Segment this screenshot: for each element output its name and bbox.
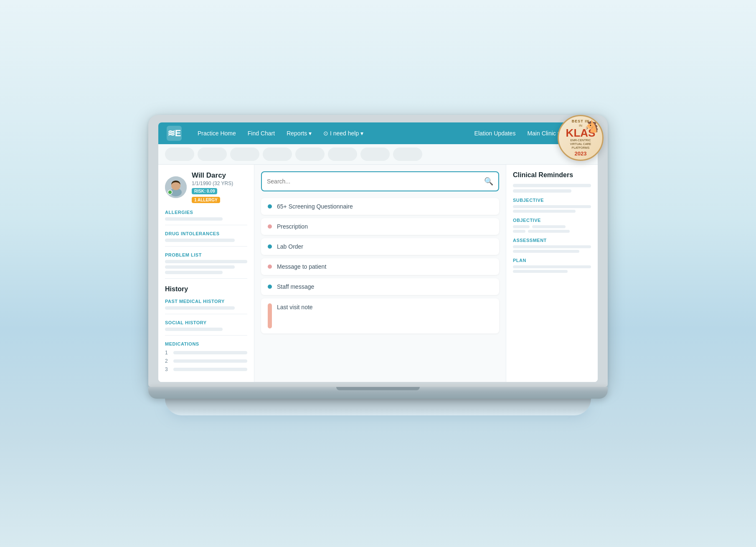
action-message-patient[interactable]: Message to patient	[261, 258, 499, 275]
quick-tab-8[interactable]	[393, 148, 422, 161]
problem-list-section: PROBLEM LIST	[165, 252, 247, 274]
plan-label[interactable]: PLAN	[513, 258, 591, 263]
laptop-base	[148, 387, 608, 399]
obj-block-2	[532, 225, 566, 228]
social-history-section: SOCIAL HISTORY	[165, 320, 247, 331]
label-message-patient: Message to patient	[277, 263, 492, 270]
label-screening: 65+ Screening Questionnaire	[277, 203, 492, 210]
nav-help[interactable]: ⊙ I need help ▾	[317, 122, 369, 144]
divider-5	[165, 335, 247, 336]
klas-badge: BEST IN IN KLAS EMR-CENTRIC VIRTUAL CARE…	[558, 115, 608, 165]
social-history-title[interactable]: SOCIAL HISTORY	[165, 320, 247, 325]
obj-block-3	[513, 230, 525, 233]
patient-sidebar: Will Darcy 1/1/1990 (32 YRS) RISK: 0.09 …	[158, 165, 254, 382]
action-staff-message[interactable]: Staff message	[261, 278, 499, 295]
med-item-3: 3	[165, 366, 247, 372]
social-line-1	[165, 328, 223, 331]
label-staff-message: Staff message	[277, 283, 492, 290]
allergy-badge: 1 ALLERGY	[192, 197, 220, 203]
divider-2	[165, 246, 247, 247]
problem-line-1	[165, 260, 247, 263]
patient-header: Will Darcy 1/1/1990 (32 YRS) RISK: 0.09 …	[165, 171, 247, 203]
med-num-2: 2	[165, 358, 170, 364]
action-prescription[interactable]: Prescription	[261, 218, 499, 235]
last-visit-content: Last visit note	[277, 303, 492, 328]
nav-elation-updates[interactable]: Elation Updates	[469, 122, 522, 144]
divider-3	[165, 278, 247, 279]
dot-message-patient	[268, 265, 272, 269]
drug-intolerances-section: DRUG INTOLERANCES	[165, 231, 247, 242]
medications-title[interactable]: MEDICATIONS	[165, 341, 247, 346]
quick-tab-5[interactable]	[295, 148, 325, 161]
quick-tab-4[interactable]	[263, 148, 292, 161]
quick-tab-6[interactable]	[328, 148, 357, 161]
search-bar-wrapper[interactable]: 🔍	[261, 171, 499, 191]
med-num-1: 1	[165, 350, 170, 356]
reminder-line-1	[513, 184, 591, 187]
laptop-screen: ≋E Practice Home Find Chart Reports ▾ ⊙ …	[158, 122, 598, 382]
allergies-title[interactable]: ALLERGIES	[165, 210, 247, 215]
subjective-section: SUBJECTIVE	[513, 198, 591, 213]
plan-line-1	[513, 265, 591, 268]
patient-dob: 1/1/1990 (32 YRS)	[192, 181, 247, 186]
drug-intolerances-title[interactable]: DRUG INTOLERANCES	[165, 231, 247, 236]
nav-find-chart[interactable]: Find Chart	[242, 122, 281, 144]
med-item-1: 1	[165, 350, 247, 356]
quick-tab-1[interactable]	[165, 148, 194, 161]
med-line-3	[173, 368, 247, 371]
history-heading: History	[165, 285, 247, 293]
main-content: Will Darcy 1/1/1990 (32 YRS) RISK: 0.09 …	[158, 165, 598, 382]
svg-point-3	[168, 190, 172, 194]
nav-practice-home[interactable]: Practice Home	[192, 122, 242, 144]
problem-list-title[interactable]: PROBLEM LIST	[165, 252, 247, 257]
quick-tab-2[interactable]	[198, 148, 227, 161]
laptop-stand	[165, 399, 591, 415]
reminders-title: Clinical Reminders	[513, 171, 591, 179]
label-last-visit: Last visit note	[277, 304, 313, 310]
med-item-2: 2	[165, 358, 247, 364]
past-medical-history-title[interactable]: PAST MEDICAL HISTORY	[165, 299, 247, 304]
divider-4	[165, 314, 247, 314]
assessment-lines	[513, 245, 591, 253]
action-65-screening[interactable]: 65+ Screening Questionnaire	[261, 198, 499, 215]
subjective-lines	[513, 205, 591, 213]
dot-lab	[268, 244, 272, 249]
patient-name: Will Darcy	[192, 171, 247, 180]
med-num-3: 3	[165, 366, 170, 372]
history-section: History PAST MEDICAL HISTORY	[165, 285, 247, 310]
obj-inline-2	[513, 230, 591, 233]
allergies-section: ALLERGIES	[165, 210, 247, 221]
logo-text: ≋E	[167, 128, 181, 139]
app-logo[interactable]: ≋E	[167, 126, 182, 141]
objective-label[interactable]: OBJECTIVE	[513, 218, 591, 223]
reminder-line-2	[513, 189, 571, 193]
action-lab-order[interactable]: Lab Order	[261, 238, 499, 255]
patient-info: Will Darcy 1/1/1990 (32 YRS) RISK: 0.09 …	[192, 171, 247, 203]
action-last-visit[interactable]: Last visit note	[261, 298, 499, 333]
quick-tab-3[interactable]	[230, 148, 259, 161]
label-prescription: Prescription	[277, 223, 492, 230]
drug-line-1	[165, 239, 235, 242]
obj-block-4	[528, 230, 570, 233]
subjective-label[interactable]: SUBJECTIVE	[513, 198, 591, 203]
dot-screening	[268, 204, 272, 209]
divider-1	[165, 225, 247, 225]
action-list: 65+ Screening Questionnaire Prescription…	[261, 198, 499, 333]
patient-badges: RISK: 0.09 1 ALLERGY	[192, 188, 247, 203]
search-input[interactable]	[267, 172, 484, 191]
center-panel: 🔍 65+ Screening Questionnaire Prescripti…	[254, 165, 506, 382]
assess-line-1	[513, 245, 591, 248]
laptop-frame: ≋E Practice Home Find Chart Reports ▾ ⊙ …	[148, 115, 608, 387]
objective-section: OBJECTIVE	[513, 218, 591, 233]
avatar-svg	[165, 176, 187, 198]
quick-tab-7[interactable]	[360, 148, 390, 161]
quick-action-tabs	[158, 144, 598, 165]
obj-inline-1	[513, 225, 591, 228]
assess-line-2	[513, 250, 579, 253]
assessment-label[interactable]: ASSESSMENT	[513, 238, 591, 243]
nav-reports[interactable]: Reports ▾	[281, 122, 317, 144]
allergy-line-1	[165, 217, 223, 221]
dot-prescription	[268, 224, 272, 229]
klas-year-text: 2023	[575, 150, 587, 157]
med-line-1	[173, 351, 247, 354]
